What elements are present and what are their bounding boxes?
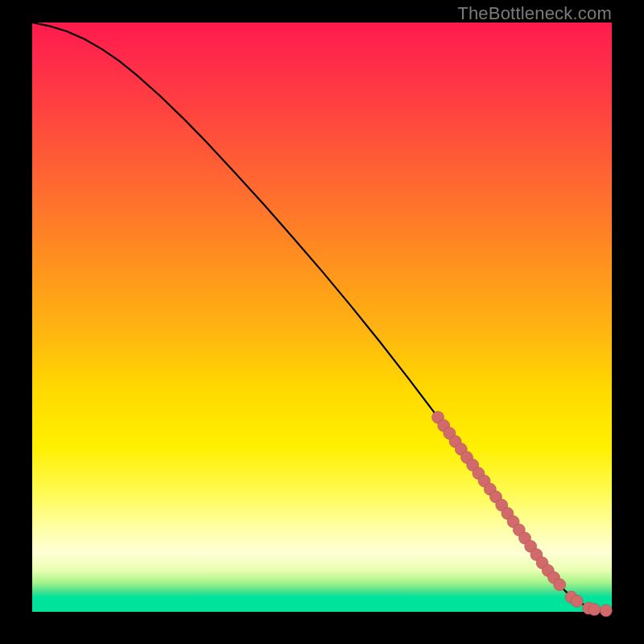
data-point [600, 605, 612, 617]
bottleneck-curve [32, 23, 612, 611]
data-point [554, 579, 566, 591]
data-point [571, 595, 583, 607]
chart-stage: TheBottleneck.com [0, 0, 644, 644]
watermark-text: TheBottleneck.com [457, 3, 612, 24]
scatter-points [432, 411, 613, 617]
data-point [588, 604, 601, 616]
plot-area [32, 23, 612, 612]
chart-overlay [32, 23, 612, 612]
